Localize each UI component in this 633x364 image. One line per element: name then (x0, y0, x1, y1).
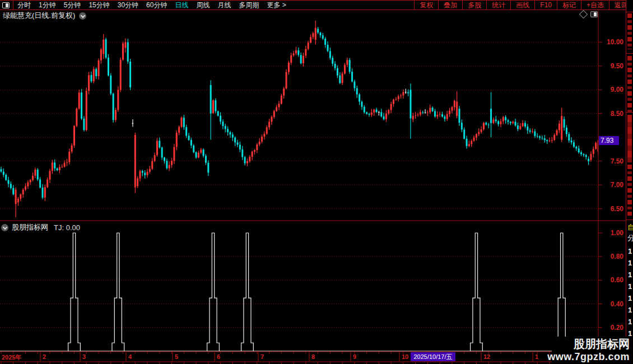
price-axis-label: 10.00 (607, 38, 623, 46)
sidebar-glyph-white: 分 (627, 234, 633, 241)
month-axis-label: 1 (535, 353, 538, 360)
title-row-icons (580, 11, 598, 17)
sidebar-quote-digit: 1 (628, 295, 632, 302)
price-chart-canvas[interactable]: 10.009.509.008.507.507.006.501.000.800.6… (0, 0, 633, 364)
month-axis-label: 6 (217, 353, 220, 360)
month-axis-label: 4 (128, 353, 132, 360)
period-tab[interactable]: 15分钟 (85, 1, 113, 10)
indicator-header: 股朋指标网 TJ: 0.00 (1, 222, 80, 232)
chevron-down-icon[interactable] (1, 224, 8, 231)
period-tab[interactable]: 更多 > (263, 1, 290, 10)
period-toolbar: 分时1分钟5分钟15分钟30分钟60分钟日线周线月线多周期更多 > 复权叠加多股… (0, 0, 633, 10)
trading-app-window: 10.009.509.008.507.507.006.501.000.800.6… (0, 0, 633, 364)
sidebar-quote-digit: 1 (628, 283, 632, 290)
indicator-axis-label: 0.80 (611, 253, 624, 260)
chart-title-row: 绿能慧充(日线.前复权) (0, 11, 598, 21)
split-pane-icon[interactable] (590, 11, 598, 17)
watermark-url: www.7gpzb.com (547, 351, 630, 363)
period-tab[interactable]: 多周期 (235, 1, 263, 10)
diamond-icon[interactable] (579, 10, 588, 19)
indicator-value: TJ: 0.00 (54, 223, 80, 232)
price-axis-label: 7.00 (611, 181, 624, 189)
sidebar-divider (626, 112, 633, 113)
indicator-title: 股朋指标网 (12, 222, 48, 232)
toolbar-button[interactable]: 多股 (462, 1, 486, 10)
price-axis-label: 7.50 (611, 157, 624, 165)
last-price-badge: 7.93 (599, 136, 619, 145)
month-axis-label: 10 (402, 353, 408, 360)
toolbar-button[interactable]: +自选 (581, 1, 609, 10)
indicator-axis-label: 1.00 (611, 229, 624, 237)
indicator-axis-label: 0.40 (611, 300, 624, 308)
period-tabs-group: 分时1分钟5分钟15分钟30分钟60分钟日线周线月线多周期更多 > (0, 1, 290, 10)
month-axis-label: 12 (483, 353, 490, 360)
period-tab[interactable]: 日线 (171, 1, 192, 10)
sidebar-quote-digit: 1 (628, 248, 632, 255)
toolbar-actions-group: 复权叠加多股统计画线F10标记+自选返回 (414, 1, 633, 10)
sidebar-text-fragment (627, 118, 632, 216)
month-axis-label: 9 (353, 353, 356, 360)
period-tab[interactable]: 周线 (192, 1, 213, 10)
stock-title: 绿能慧充(日线.前复权) (3, 11, 75, 21)
period-tab[interactable]: 月线 (213, 1, 235, 10)
month-axis-label: 3 (82, 353, 86, 360)
sidebar-divider (626, 53, 633, 54)
month-axis-label: 7 (260, 353, 264, 360)
toolbar-button[interactable]: 复权 (414, 1, 438, 10)
watermark: 股朋指标网 www.7gpzb.com (552, 337, 633, 364)
period-tab[interactable]: 1分钟 (35, 1, 60, 10)
month-axis-label: 5 (175, 353, 178, 360)
sidebar-text-fragment (627, 13, 632, 49)
split-pane-icon[interactable] (2, 2, 10, 8)
period-tab[interactable]: 30分钟 (114, 1, 142, 10)
year-label: 2025年 (2, 353, 21, 362)
price-axis-label: 6.50 (611, 205, 624, 213)
toolbar-button[interactable]: 叠加 (438, 1, 462, 10)
sidebar-quote-digit: 1 (628, 259, 632, 267)
chevron-down-icon[interactable] (79, 12, 86, 20)
toolbar-button[interactable]: F10 (534, 1, 557, 10)
month-axis-label: 2 (43, 353, 46, 360)
toolbar-button[interactable]: 统计 (486, 1, 510, 10)
toolbar-button[interactable]: 画线 (510, 1, 534, 10)
sidebar-divider (626, 12, 633, 12)
month-axis-label: 8 (311, 353, 315, 360)
price-axis-label: 9.00 (611, 86, 624, 94)
right-sidebar-clipped: 自 分 111111111 (626, 0, 633, 364)
sidebar-quote-digit: 1 (628, 318, 632, 325)
watermark-title: 股朋指标网 (574, 338, 630, 351)
sidebar-glyph-yellow: 自 (627, 223, 633, 231)
price-axis-label: 9.50 (611, 62, 624, 70)
sidebar-divider (626, 220, 633, 220)
sidebar-quote-digit: 1 (628, 306, 632, 314)
period-tab[interactable]: 60分钟 (142, 1, 171, 10)
indicator-axis-label: 0.60 (611, 276, 624, 284)
period-tab[interactable]: 分时 (13, 1, 35, 10)
sidebar-quote-digit: 1 (628, 271, 632, 278)
period-tab[interactable]: 5分钟 (60, 1, 85, 10)
indicator-axis-label: 0.20 (611, 324, 624, 332)
selected-date-badge: 2025/10/17/五 (411, 352, 455, 361)
price-axis-label: 8.50 (611, 110, 624, 118)
toolbar-button[interactable]: 标记 (557, 1, 581, 10)
